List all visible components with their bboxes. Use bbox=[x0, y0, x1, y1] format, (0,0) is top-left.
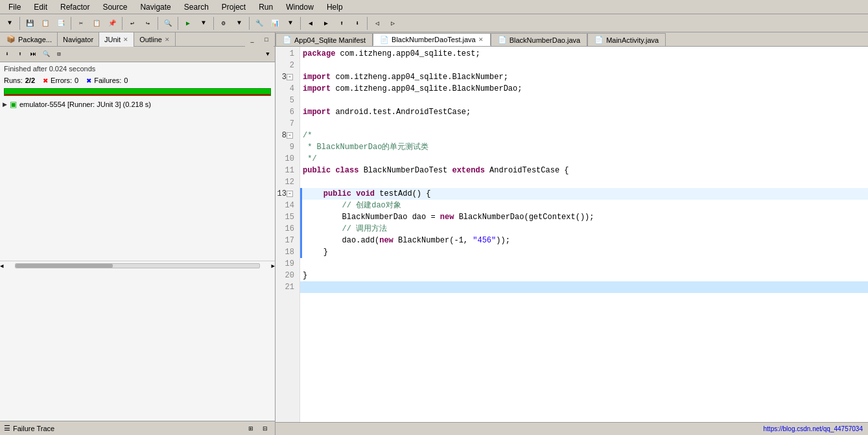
fold-3[interactable]: - bbox=[287, 74, 293, 80]
toolbar-btn-12[interactable]: 🔧 bbox=[252, 16, 266, 30]
menu-project[interactable]: Project bbox=[216, 1, 252, 14]
editor-tab-manifest-label: App04_Sqlite Manifest bbox=[294, 36, 366, 44]
toolbar: ▼ 💾 📋 📑 ✂ 📋 📌 ↩ ↪ 🔍 ▶ ▼ ⚙ ▼ 🔧 📊 ▼ ◀ ▶ ⬆ … bbox=[0, 14, 868, 32]
left-btn-filter[interactable]: ⊟ bbox=[53, 49, 65, 60]
failure-trace-btn-2[interactable]: ⊟ bbox=[259, 423, 271, 434]
toolbar-btn-17[interactable]: ⬆ bbox=[334, 16, 349, 30]
editor-tab-test-label: BlackNumberDaoTest.java bbox=[392, 36, 476, 43]
normal-11a bbox=[331, 165, 335, 176]
toolbar-undo[interactable]: ↩ bbox=[125, 16, 139, 30]
scroll-thumb[interactable] bbox=[16, 264, 113, 268]
code-line-13: public void testAdd() { bbox=[300, 188, 868, 200]
toolbar-btn-9[interactable]: ▼ bbox=[196, 16, 211, 30]
ln-2: 2 bbox=[276, 60, 297, 71]
editor-tab-mainactivity[interactable]: 📄 MainActivity.java bbox=[587, 33, 666, 46]
failures-value: 0 bbox=[124, 76, 128, 84]
ln-8: 8- bbox=[276, 130, 297, 141]
toolbar-btn-13[interactable]: 📊 bbox=[268, 16, 282, 30]
normal-11b: BlackNumberDaoTest bbox=[358, 165, 452, 176]
toolbar-btn-6[interactable]: 📋 bbox=[89, 16, 104, 30]
code-line-14: // 创建dao对象 bbox=[300, 200, 868, 211]
ln-10: 10 bbox=[276, 153, 297, 165]
toolbar-btn-18[interactable]: ⬇ bbox=[350, 16, 364, 30]
code-content[interactable]: package com.itzheng.app04_sqlite.test; i… bbox=[300, 47, 868, 422]
toolbar-btn-5[interactable]: ✂ bbox=[74, 16, 88, 30]
menu-help[interactable]: Help bbox=[321, 1, 349, 14]
editor-tab-test-close[interactable]: ✕ bbox=[478, 36, 484, 43]
menu-bar: File Edit Refactor Source Navigate Searc… bbox=[0, 0, 868, 14]
toolbar-redo[interactable]: ↪ bbox=[141, 16, 155, 30]
left-btn-next[interactable]: ⏭ bbox=[27, 49, 39, 60]
minimize-btn[interactable]: _ bbox=[245, 32, 259, 47]
menu-run[interactable]: Run bbox=[253, 1, 279, 14]
code-line-20: } bbox=[300, 270, 868, 281]
code-line-19 bbox=[300, 258, 868, 270]
toolbar-sep-4 bbox=[158, 17, 158, 30]
toolbar-btn-2[interactable]: 💾 bbox=[23, 16, 37, 30]
tab-junit[interactable]: JUnit ✕ bbox=[99, 32, 134, 47]
toolbar-btn-20[interactable]: ▷ bbox=[386, 16, 400, 30]
menu-file[interactable]: File bbox=[3, 1, 27, 14]
ln-7: 7 bbox=[276, 118, 297, 130]
failure-trace-btn-1[interactable]: ⊞ bbox=[245, 423, 257, 434]
kw-extends: extends bbox=[452, 165, 484, 176]
normal-14a bbox=[305, 200, 342, 211]
scroll-right-btn[interactable]: ▶ bbox=[272, 263, 275, 270]
scroll-left-btn[interactable]: ◀ bbox=[0, 263, 3, 270]
toolbar-btn-4[interactable]: 📑 bbox=[54, 16, 68, 30]
kw-import-1: import bbox=[303, 71, 331, 83]
fold-13[interactable]: - bbox=[287, 191, 293, 197]
fold-8[interactable]: - bbox=[287, 132, 293, 139]
menu-source[interactable]: Source bbox=[97, 1, 133, 14]
tab-outline[interactable]: Outline ✕ bbox=[134, 32, 176, 47]
toolbar-btn-11[interactable]: ▼ bbox=[232, 16, 246, 30]
toolbar-btn-16[interactable]: ▶ bbox=[319, 16, 333, 30]
tree-item-emulator[interactable]: ▶ ▣ emulator-5554 [Runner: JUnit 3] (0.2… bbox=[0, 99, 275, 110]
toolbar-run[interactable]: ▶ bbox=[181, 16, 195, 30]
runs-stat: Runs: 2/2 bbox=[4, 76, 35, 84]
toolbar-btn-1[interactable]: ▼ bbox=[3, 16, 17, 30]
left-btn-up[interactable]: ⬆ bbox=[14, 49, 26, 60]
maximize-btn[interactable]: □ bbox=[259, 32, 274, 47]
editor-tab-blacknumberdao[interactable]: 📄 BlackNumberDao.java bbox=[491, 33, 587, 46]
editor-tab-blacknumberdaotest[interactable]: 📄 BlackNumberDaoTest.java ✕ bbox=[373, 33, 491, 46]
left-btn-search[interactable]: 🔍 bbox=[40, 49, 52, 60]
ln-14: 14 bbox=[276, 200, 297, 211]
menu-navigate[interactable]: Navigate bbox=[134, 1, 176, 14]
toolbar-btn-7[interactable]: 📌 bbox=[105, 16, 119, 30]
toolbar-btn-19[interactable]: ◁ bbox=[370, 16, 384, 30]
scroll-track[interactable] bbox=[15, 263, 259, 268]
tab-package[interactable]: 📦 Package... bbox=[1, 32, 58, 47]
menu-refactor[interactable]: Refactor bbox=[54, 1, 95, 14]
toolbar-sep-3 bbox=[122, 17, 123, 30]
ln-18: 18 bbox=[276, 246, 297, 258]
horizontal-scrollbar[interactable]: ◀ ▶ bbox=[0, 261, 275, 271]
tab-outline-label: Outline bbox=[139, 36, 162, 43]
menu-search[interactable]: Search bbox=[178, 1, 215, 14]
ln-4: 4 bbox=[276, 83, 297, 95]
editor-tab-manifest[interactable]: 📄 App04_Sqlite Manifest bbox=[276, 33, 373, 46]
errors-label: Errors: bbox=[51, 76, 72, 84]
left-btn-down[interactable]: ⬇ bbox=[1, 49, 13, 60]
toolbar-btn-8[interactable]: 🔍 bbox=[161, 16, 175, 30]
menu-edit[interactable]: Edit bbox=[28, 1, 53, 14]
normal-11c: AndroidTestCase { bbox=[485, 165, 569, 176]
ln-17: 17 bbox=[276, 235, 297, 246]
toolbar-btn-15[interactable]: ◀ bbox=[303, 16, 318, 30]
code-line-2 bbox=[300, 60, 868, 71]
editor-tabs: 📄 App04_Sqlite Manifest 📄 BlackNumberDao… bbox=[276, 32, 868, 47]
code-line-1: package com.itzheng.app04_sqlite.test; bbox=[300, 48, 868, 60]
tab-junit-close[interactable]: ✕ bbox=[123, 36, 128, 43]
menu-window[interactable]: Window bbox=[280, 1, 320, 14]
code-line-16: // 调用方法 bbox=[300, 223, 868, 235]
left-btn-more[interactable]: ▼ bbox=[262, 49, 274, 60]
tab-outline-close[interactable]: ✕ bbox=[165, 36, 170, 43]
ln-19: 19 bbox=[276, 258, 297, 270]
code-line-6: import android.test.AndroidTestCase; bbox=[300, 106, 868, 118]
toolbar-btn-10[interactable]: ⚙ bbox=[217, 16, 231, 30]
tab-navigator[interactable]: Navigator bbox=[58, 32, 99, 47]
toolbar-btn-3[interactable]: 📋 bbox=[38, 16, 53, 30]
toolbar-btn-14[interactable]: ▼ bbox=[283, 16, 298, 30]
failure-trace-label: Failure Trace bbox=[13, 425, 54, 432]
comment-8: /* bbox=[303, 130, 312, 141]
